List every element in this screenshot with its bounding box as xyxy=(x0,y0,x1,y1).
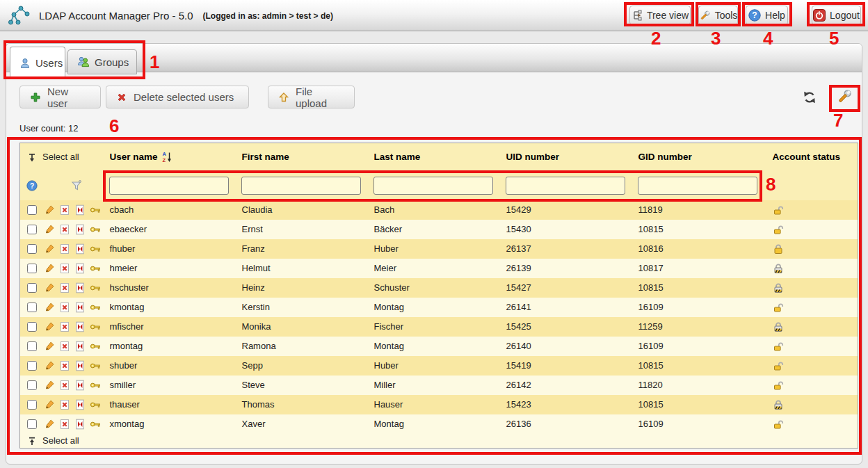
delete-user-icon[interactable] xyxy=(59,302,70,313)
tools-button[interactable]: Tools xyxy=(698,6,738,25)
tab-users[interactable]: Users xyxy=(10,47,65,79)
column-header-gid-number[interactable]: GID number xyxy=(638,152,770,162)
password-key-icon[interactable] xyxy=(90,321,101,332)
password-key-icon[interactable] xyxy=(90,360,101,371)
delete-user-icon[interactable] xyxy=(59,224,70,235)
password-key-icon[interactable] xyxy=(90,302,101,313)
column-header-first-name[interactable]: First name xyxy=(241,152,373,162)
select-all-top[interactable]: Select all xyxy=(20,152,109,162)
delete-user-icon[interactable] xyxy=(59,263,70,274)
filter-input-user-name[interactable] xyxy=(109,177,229,195)
edit-pencil-icon[interactable] xyxy=(44,360,55,371)
partially-locked-icon xyxy=(773,399,858,410)
row-checkbox[interactable] xyxy=(27,244,37,254)
row-checkbox[interactable] xyxy=(27,283,37,293)
select-all-bottom[interactable]: Select all xyxy=(20,435,858,446)
tools-wrench-icon[interactable] xyxy=(836,88,853,105)
svg-text:?: ? xyxy=(752,10,757,20)
delete-user-icon[interactable] xyxy=(59,380,70,391)
column-header-user-name[interactable]: User name A Z xyxy=(109,151,241,163)
pdf-icon[interactable] xyxy=(74,380,86,391)
row-checkbox[interactable] xyxy=(27,419,37,429)
cell-gid-number: 16109 xyxy=(638,414,770,434)
password-key-icon[interactable] xyxy=(90,224,101,235)
delete-user-icon[interactable] xyxy=(59,360,70,371)
delete-user-icon[interactable] xyxy=(59,243,70,255)
pdf-icon[interactable] xyxy=(74,321,86,332)
edit-pencil-icon[interactable] xyxy=(44,204,55,216)
sort-az-icon[interactable]: A Z xyxy=(162,151,172,163)
pdf-icon[interactable] xyxy=(74,224,86,235)
edit-pencil-icon[interactable] xyxy=(44,282,55,293)
edit-pencil-icon[interactable] xyxy=(44,380,55,391)
cell-uid-number: 26137 xyxy=(506,239,638,259)
row-checkbox[interactable] xyxy=(27,400,37,410)
pdf-icon[interactable] xyxy=(74,360,86,371)
tree-view-button[interactable]: Tree view xyxy=(629,6,691,25)
password-key-icon[interactable] xyxy=(90,380,101,391)
column-header-last-name[interactable]: Last name xyxy=(373,152,506,162)
password-key-icon[interactable] xyxy=(90,263,101,274)
row-checkbox[interactable] xyxy=(27,205,37,215)
delete-user-icon[interactable] xyxy=(59,282,70,293)
new-user-button[interactable]: New user xyxy=(19,86,101,108)
filter-input-gid-number[interactable] xyxy=(638,177,757,195)
pdf-icon[interactable] xyxy=(74,399,86,410)
unlocked-icon xyxy=(773,204,858,216)
filter-input-uid-number[interactable] xyxy=(506,177,625,195)
filter-input-last-name[interactable] xyxy=(373,177,493,195)
logout-button[interactable]: Logout xyxy=(812,6,861,25)
edit-pencil-icon[interactable] xyxy=(44,399,55,410)
filter-input-first-name[interactable] xyxy=(241,177,361,195)
unlocked-icon xyxy=(773,380,858,391)
delete-user-icon[interactable] xyxy=(59,399,70,410)
password-key-icon[interactable] xyxy=(90,243,101,255)
cell-first-name: Franz xyxy=(241,239,373,259)
row-checkbox[interactable] xyxy=(27,225,37,234)
pdf-icon[interactable] xyxy=(74,302,86,313)
file-upload-button[interactable]: File upload xyxy=(268,86,355,108)
tab-groups[interactable]: Groups xyxy=(67,49,137,74)
delete-user-icon[interactable] xyxy=(59,341,70,352)
row-checkbox[interactable] xyxy=(27,380,37,390)
table-row: shuber Sepp Huber 15419 10815 xyxy=(20,356,858,376)
edit-pencil-icon[interactable] xyxy=(44,341,55,352)
delete-user-icon[interactable] xyxy=(59,419,70,430)
filter-help-icon[interactable]: ? xyxy=(20,180,44,191)
edit-pencil-icon[interactable] xyxy=(44,302,55,313)
cell-last-name: Montag xyxy=(373,414,506,434)
pdf-icon[interactable] xyxy=(74,282,86,293)
column-header-uid-number[interactable]: UID number xyxy=(506,152,638,162)
password-key-icon[interactable] xyxy=(90,204,101,216)
password-key-icon[interactable] xyxy=(90,419,101,430)
edit-pencil-icon[interactable] xyxy=(44,243,55,255)
file-upload-label: File upload xyxy=(296,86,344,109)
delete-user-icon[interactable] xyxy=(59,321,70,332)
row-checkbox[interactable] xyxy=(27,361,37,371)
table-row: xmontag Xaver Montag 26136 16109 xyxy=(20,414,858,434)
edit-pencil-icon[interactable] xyxy=(44,321,55,332)
password-key-icon[interactable] xyxy=(90,282,101,293)
table-row: mfischer Monika Fischer 15425 11259 xyxy=(20,317,858,337)
partially-locked-icon xyxy=(773,282,858,293)
edit-pencil-icon[interactable] xyxy=(44,263,55,274)
delete-user-icon[interactable] xyxy=(59,204,70,216)
pdf-icon[interactable] xyxy=(74,204,86,216)
row-checkbox[interactable] xyxy=(27,264,37,273)
row-checkbox[interactable] xyxy=(27,302,37,312)
cell-account-status xyxy=(770,395,858,414)
filter-funnel-icon[interactable] xyxy=(44,179,109,192)
help-button[interactable]: ? Help xyxy=(746,6,788,25)
pdf-icon[interactable] xyxy=(74,263,86,274)
password-key-icon[interactable] xyxy=(90,399,101,410)
pdf-icon[interactable] xyxy=(74,341,86,352)
delete-selected-users-button[interactable]: Delete selected users xyxy=(106,86,249,108)
edit-pencil-icon[interactable] xyxy=(44,224,55,235)
row-checkbox[interactable] xyxy=(27,322,37,332)
edit-pencil-icon[interactable] xyxy=(44,419,55,430)
refresh-icon[interactable] xyxy=(803,90,817,104)
pdf-icon[interactable] xyxy=(74,419,86,430)
pdf-icon[interactable] xyxy=(74,243,86,255)
row-checkbox[interactable] xyxy=(27,341,37,351)
password-key-icon[interactable] xyxy=(90,341,101,352)
